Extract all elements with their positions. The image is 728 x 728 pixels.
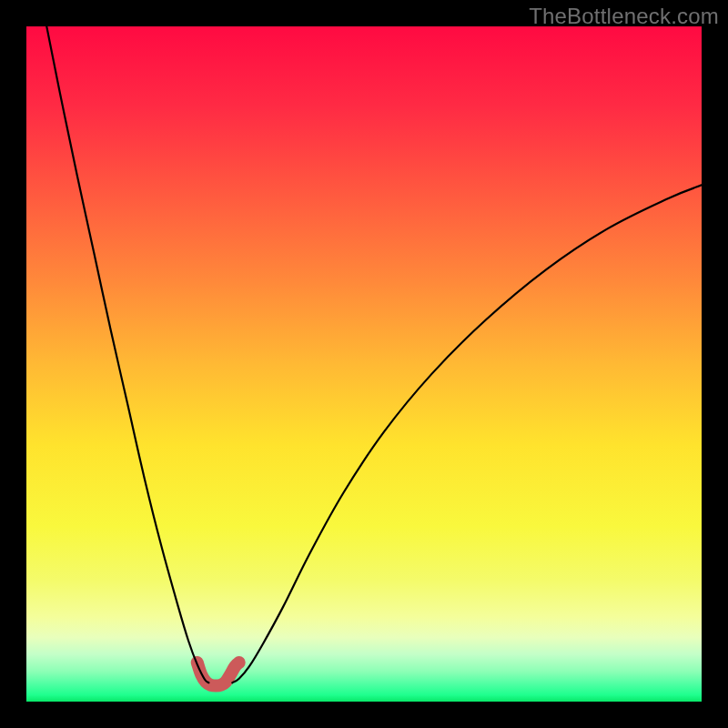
- chart-outer-frame: TheBottleneck.com: [0, 0, 728, 728]
- chart-svg: [26, 26, 702, 702]
- watermark-text: TheBottleneck.com: [529, 4, 719, 29]
- chart-background-gradient: [26, 26, 702, 702]
- chart-plot-area: [26, 26, 702, 702]
